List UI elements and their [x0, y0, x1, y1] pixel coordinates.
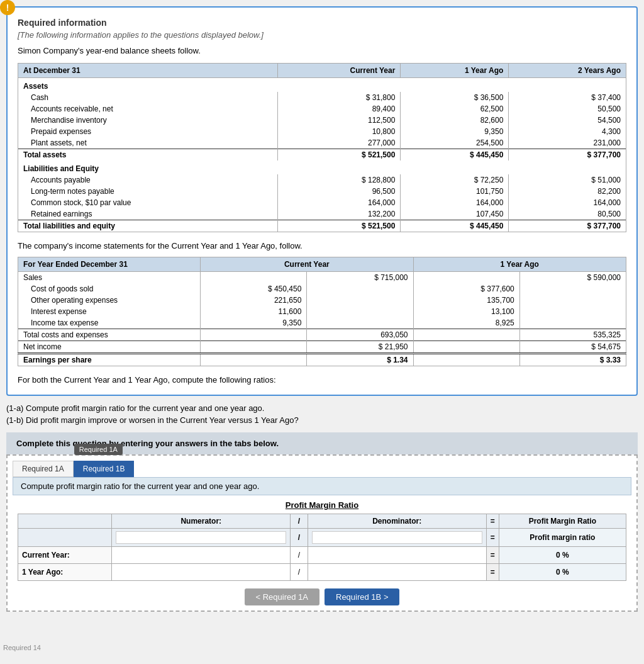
bs-col-y2: 2 Years Ago — [509, 64, 626, 78]
required-info-title: Required information — [18, 18, 626, 28]
bs-total-liabilities-row: Total liabilities and equity $ 521,500 $… — [18, 220, 626, 232]
bs-col-y1: 1 Year Ago — [401, 64, 509, 78]
table-row: Other operating expenses 221,650 135,700 — [18, 295, 626, 306]
pm-y1-numerator-input[interactable] — [116, 566, 286, 578]
pm-subh-slash: / — [291, 529, 308, 547]
tabs-container: Required 1A Required 1A Required 1B Comp… — [6, 454, 638, 612]
is-eps-row: Earnings per share $ 1.34 $ 3.33 — [18, 354, 626, 366]
pm-header-row: Numerator: / Denominator: = Profit Margi… — [18, 514, 626, 529]
main-card: ! Required information [The following in… — [6, 6, 638, 396]
pm-cy-equals: = — [486, 547, 499, 564]
pm-cy-numerator-input[interactable] — [116, 549, 286, 561]
pm-cy-denom-cell[interactable] — [308, 547, 486, 564]
table-row: Cost of goods sold $ 450,450 $ 377,600 — [18, 283, 626, 295]
alert-icon: ! — [0, 0, 15, 15]
ratios-text: For both the Current Year and 1 Year Ago… — [18, 375, 626, 385]
table-row: Long-term notes payable 96,500 101,750 8… — [18, 186, 626, 197]
prev-button[interactable]: < Required 1A — [245, 588, 319, 605]
pm-num-header-input[interactable] — [116, 531, 286, 544]
is-col-label: For Year Ended December 31 — [18, 257, 201, 272]
table-row: Accounts payable $ 128,800 $ 72,250 $ 51… — [18, 174, 626, 186]
is-col-y1: 1 Year Ago — [413, 257, 626, 272]
question-section: (1-a) Compute profit margin ratio for th… — [6, 403, 638, 425]
pm-1yr-ago-row: 1 Year Ago: / = 0 % — [18, 564, 626, 581]
question-1b: (1-b) Did profit margin improve or worse… — [6, 415, 638, 425]
pm-th-denominator: Denominator: — [308, 514, 486, 529]
next-button[interactable]: Required 1B > — [325, 588, 399, 605]
table-row: Income tax expense 9,350 8,925 — [18, 317, 626, 329]
tab-required-1b[interactable]: Required 1A Required 1B — [74, 461, 135, 477]
table-row: Merchandise inventory 112,500 82,600 54,… — [18, 115, 626, 126]
bs-col-cy: Current Year — [278, 64, 401, 78]
bs-liabilities-header: Liabilities and Equity — [18, 160, 626, 174]
pm-th-numerator: Numerator: — [112, 514, 291, 529]
pm-current-year-row: Current Year: / = 0 % — [18, 547, 626, 564]
table-row: Common stock, $10 par value 164,000 164,… — [18, 197, 626, 208]
pm-cy-label: Current Year: — [18, 547, 112, 564]
pm-subh-equals: = — [486, 529, 499, 547]
profit-margin-section: Profit Margin Ratio Numerator: / Denomin… — [13, 500, 631, 581]
is-total-costs-row: Total costs and expenses 693,050 535,325 — [18, 329, 626, 341]
intro-text: Simon Company's year-end balance sheets … — [18, 46, 626, 55]
pm-subheader-row: / = Profit margin ratio — [18, 529, 626, 547]
pm-cy-denominator-input[interactable] — [312, 549, 482, 561]
pm-y1-num-cell[interactable] — [112, 564, 291, 581]
tab-required-1a[interactable]: Required 1A — [13, 461, 74, 477]
profit-margin-table: Numerator: / Denominator: = Profit Margi… — [18, 514, 626, 581]
pm-y1-result: 0 % — [499, 564, 626, 581]
nav-buttons: < Required 1A Required 1B > — [13, 588, 631, 605]
pm-th-result: Profit Margin Ratio — [499, 514, 626, 529]
pm-cy-num-cell[interactable] — [112, 547, 291, 564]
pm-cy-result: 0 % — [499, 547, 626, 564]
is-net-income-row: Net income $ 21,950 $ 54,675 — [18, 341, 626, 354]
pm-subh-denom-input — [308, 529, 486, 547]
table-row: Prepaid expenses 10,800 9,350 4,300 — [18, 126, 626, 137]
pm-th-label — [18, 514, 112, 529]
pm-subh-empty — [18, 529, 112, 547]
table-row: Cash $ 31,800 $ 36,500 $ 37,400 — [18, 92, 626, 103]
question-1a: (1-a) Compute profit margin ratio for th… — [6, 403, 638, 413]
pm-th-equals: = — [486, 514, 499, 529]
pm-subh-result: Profit margin ratio — [499, 529, 626, 547]
pm-subh-num-input — [112, 529, 291, 547]
income-statement-table: For Year Ended December 31 Current Year … — [18, 257, 626, 366]
pm-y1-denominator-input[interactable] — [312, 566, 482, 578]
subtitle-text: [The following information applies to th… — [18, 30, 626, 40]
pm-title: Profit Margin Ratio — [18, 500, 626, 510]
tab-content-header: Compute profit margin ratio for the curr… — [13, 477, 631, 495]
table-row: Retained earnings 132,200 107,450 80,500 — [18, 208, 626, 220]
table-row: Accounts receivable, net 89,400 62,500 5… — [18, 103, 626, 115]
bs-total-assets-row: Total assets $ 521,500 $ 445,450 $ 377,7… — [18, 149, 626, 161]
table-row: Interest expense 11,600 13,100 — [18, 306, 626, 317]
pm-y1-equals: = — [486, 564, 499, 581]
is-col-cy: Current Year — [201, 257, 413, 272]
table-row: Plant assets, net 277,000 254,500 231,00… — [18, 137, 626, 149]
pm-y1-label: 1 Year Ago: — [18, 564, 112, 581]
bs-assets-header: Assets — [18, 78, 626, 93]
pm-y1-denom-cell[interactable] — [308, 564, 486, 581]
pm-denom-header-input[interactable] — [312, 531, 482, 544]
is-sales-row: Sales $ 715,000 $ 590,000 — [18, 272, 626, 284]
pm-y1-slash: / — [291, 564, 308, 581]
tabs-row: Required 1A Required 1A Required 1B — [13, 461, 631, 477]
tooltip: Required 1A — [74, 444, 123, 455]
pm-th-slash: / — [291, 514, 308, 529]
balance-sheet-table: At December 31 Current Year 1 Year Ago 2… — [18, 63, 626, 232]
income-intro: The company's income statements for the … — [18, 241, 626, 250]
pm-cy-slash: / — [291, 547, 308, 564]
bs-col-label: At December 31 — [18, 64, 278, 78]
